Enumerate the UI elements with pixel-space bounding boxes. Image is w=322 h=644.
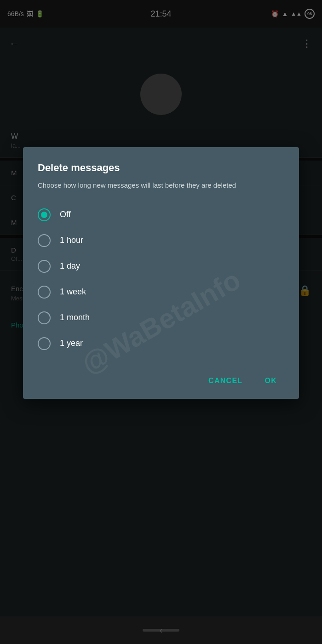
radio-label-1hour: 1 hour xyxy=(60,236,83,245)
radio-option-1month[interactable]: 1 month xyxy=(38,305,284,331)
radio-label-off: Off xyxy=(60,210,71,219)
radio-circle-1week xyxy=(38,286,51,299)
radio-circle-1month xyxy=(38,311,51,324)
dialog-title: Delete messages xyxy=(38,162,284,174)
radio-label-1year: 1 year xyxy=(60,339,83,348)
radio-label-1week: 1 week xyxy=(60,287,86,297)
dialog-subtitle: Choose how long new messages will last b… xyxy=(38,180,284,191)
radio-options-container: Off1 hour1 day1 week1 month1 year xyxy=(38,202,284,356)
radio-label-1month: 1 month xyxy=(60,313,90,322)
radio-circle-1day xyxy=(38,260,51,273)
radio-option-off[interactable]: Off xyxy=(38,202,284,228)
radio-circle-off xyxy=(38,208,51,221)
radio-option-1hour[interactable]: 1 hour xyxy=(38,228,284,253)
dialog-buttons: CANCEL OK xyxy=(38,368,284,390)
radio-label-1day: 1 day xyxy=(60,261,80,271)
radio-inner-off xyxy=(41,212,47,218)
radio-circle-1year xyxy=(38,337,51,350)
radio-option-1day[interactable]: 1 day xyxy=(38,253,284,279)
radio-circle-1hour xyxy=(38,234,51,247)
radio-option-1week[interactable]: 1 week xyxy=(38,279,284,305)
ok-button[interactable]: OK xyxy=(257,372,284,390)
delete-messages-dialog: Delete messages Choose how long new mess… xyxy=(23,147,299,399)
cancel-button[interactable]: CANCEL xyxy=(201,372,250,390)
radio-option-1year[interactable]: 1 year xyxy=(38,331,284,356)
